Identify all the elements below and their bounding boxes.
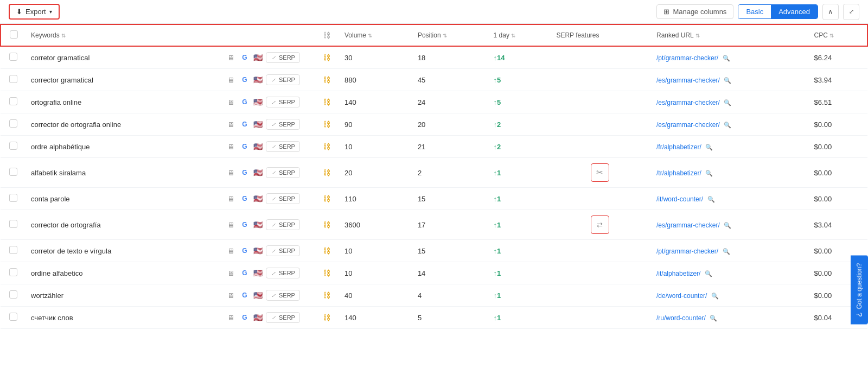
row-checkbox[interactable] [9, 268, 17, 276]
oneday-header[interactable]: 1 day ⇅ [487, 24, 550, 46]
ranked-url-link[interactable]: /de/word-counter/ [656, 292, 707, 300]
serp-button[interactable]: ⟋ SERP [266, 141, 300, 152]
row-select-cell[interactable] [1, 136, 24, 158]
serp-button[interactable]: ⟋ SERP [266, 245, 300, 256]
row-select-cell[interactable] [1, 46, 24, 69]
ranked-url-link[interactable]: /es/grammar-checker/ [656, 221, 720, 229]
row-checkbox[interactable] [9, 290, 17, 299]
url-search-icon[interactable]: 🔍 [724, 122, 731, 128]
serp-button[interactable]: ⟋ SERP [266, 312, 300, 323]
manage-columns-button[interactable]: ⊞ Manage columns [656, 4, 733, 19]
link-cell[interactable]: ⛓ [316, 210, 338, 240]
link-cell[interactable]: ⛓ [316, 284, 338, 307]
ranked-url-link[interactable]: /fr/alphabetizer/ [656, 143, 701, 151]
row-select-cell[interactable] [1, 158, 24, 188]
url-search-icon[interactable]: 🔍 [724, 222, 731, 229]
link-chain-icon[interactable]: ⛓ [323, 168, 330, 177]
ranked-url-link[interactable]: /ru/word-counter/ [656, 314, 706, 322]
ranked-url-link[interactable]: /pt/grammar-checker/ [656, 54, 718, 62]
link-chain-icon[interactable]: ⛓ [323, 291, 330, 300]
row-select-cell[interactable] [1, 69, 24, 91]
url-search-icon[interactable]: 🔍 [710, 315, 717, 321]
row-select-cell[interactable] [1, 113, 24, 136]
basic-view-button[interactable]: Basic [738, 5, 771, 18]
row-checkbox[interactable] [9, 194, 17, 202]
url-search-icon[interactable]: 🔍 [724, 99, 731, 106]
ranked-url-link[interactable]: /es/grammar-checker/ [656, 77, 720, 84]
serp-button[interactable]: ⟋ SERP [266, 193, 300, 204]
link-chain-icon[interactable]: ⛓ [323, 53, 330, 62]
link-chain-icon[interactable]: ⛓ [323, 194, 330, 203]
link-chain-icon[interactable]: ⛓ [323, 313, 330, 322]
link-cell[interactable]: ⛓ [316, 188, 338, 210]
row-checkbox[interactable] [9, 53, 17, 61]
ranked-url-link[interactable]: /pt/grammar-checker/ [656, 248, 718, 255]
url-search-icon[interactable]: 🔍 [724, 77, 731, 84]
row-select-cell[interactable] [1, 240, 24, 262]
row-select-cell[interactable] [1, 91, 24, 113]
row-select-cell[interactable] [1, 188, 24, 210]
link-cell[interactable]: ⛓ [316, 46, 338, 69]
row-checkbox[interactable] [9, 313, 17, 321]
link-cell[interactable]: ⛓ [316, 136, 338, 158]
got-question-button[interactable]: ? Got a question? [851, 256, 868, 325]
serp-button[interactable]: ⟋ SERP [266, 268, 300, 278]
ranked-url-header[interactable]: Ranked URL ⇅ [650, 24, 808, 46]
ranked-url-link[interactable]: /it/alphabetizer/ [656, 270, 700, 277]
serp-button[interactable]: ⟋ SERP [266, 119, 300, 130]
row-checkbox[interactable] [9, 142, 17, 150]
ranked-url-link[interactable]: /es/grammar-checker/ [656, 99, 720, 106]
row-checkbox[interactable] [9, 97, 17, 105]
link-chain-icon[interactable]: ⛓ [323, 120, 330, 129]
link-chain-icon[interactable]: ⛓ [323, 246, 330, 255]
url-search-icon[interactable]: 🔍 [705, 270, 712, 277]
link-cell[interactable]: ⛓ [316, 91, 338, 113]
serp-button[interactable]: ⟋ SERP [266, 74, 300, 85]
position-header[interactable]: Position ⇅ [411, 24, 487, 46]
serp-button[interactable]: ⟋ SERP [266, 219, 300, 230]
link-chain-icon[interactable]: ⛓ [323, 98, 330, 106]
ranked-url-link[interactable]: /it/word-counter/ [656, 195, 703, 203]
advanced-view-button[interactable]: Advanced [771, 5, 818, 18]
desktop-icon: 🖥 [225, 220, 236, 229]
url-search-icon[interactable]: 🔍 [723, 248, 730, 255]
link-cell[interactable]: ⛓ [316, 69, 338, 91]
link-chain-icon[interactable]: ⛓ [323, 142, 330, 151]
keywords-header[interactable]: Keywords ⇅ [24, 24, 219, 46]
export-button[interactable]: ⬇ Export ▾ [9, 4, 60, 20]
link-chain-icon[interactable]: ⛓ [323, 75, 330, 84]
url-search-icon[interactable]: 🔍 [705, 170, 713, 176]
link-chain-icon[interactable]: ⛓ [323, 220, 330, 229]
link-cell[interactable]: ⛓ [316, 113, 338, 136]
volume-header[interactable]: Volume ⇅ [338, 24, 411, 46]
row-select-cell[interactable] [1, 284, 24, 307]
row-select-cell[interactable] [1, 210, 24, 240]
row-checkbox[interactable] [9, 75, 17, 83]
url-search-icon[interactable]: 🔍 [711, 293, 719, 299]
row-checkbox[interactable] [9, 246, 17, 254]
link-cell[interactable]: ⛓ [316, 307, 338, 329]
url-search-icon[interactable]: 🔍 [705, 144, 713, 150]
link-cell[interactable]: ⛓ [316, 262, 338, 284]
ranked-url-link[interactable]: /es/grammar-checker/ [656, 121, 720, 129]
row-select-cell[interactable] [1, 262, 24, 284]
link-cell[interactable]: ⛓ [316, 158, 338, 188]
collapse-button[interactable]: ∧ [822, 4, 839, 20]
url-search-icon[interactable]: 🔍 [707, 196, 715, 202]
link-cell[interactable]: ⛓ [316, 240, 338, 262]
serp-button[interactable]: ⟋ SERP [266, 167, 300, 178]
serp-button[interactable]: ⟋ SERP [266, 97, 300, 107]
row-select-cell[interactable] [1, 307, 24, 329]
ranked-url-link[interactable]: /tr/alphabetizer/ [656, 169, 701, 177]
url-search-icon[interactable]: 🔍 [723, 55, 730, 61]
row-checkbox[interactable] [9, 220, 17, 228]
select-all-header[interactable] [1, 24, 24, 46]
serp-button[interactable]: ⟋ SERP [266, 52, 300, 63]
link-chain-icon[interactable]: ⛓ [323, 269, 330, 277]
expand-button[interactable]: ⤢ [843, 4, 859, 20]
cpc-header[interactable]: CPC ⇅ [808, 24, 867, 46]
row-checkbox[interactable] [9, 119, 17, 128]
serp-button[interactable]: ⟋ SERP [266, 290, 300, 301]
row-checkbox[interactable] [9, 168, 17, 176]
select-all-checkbox[interactable] [10, 30, 18, 39]
